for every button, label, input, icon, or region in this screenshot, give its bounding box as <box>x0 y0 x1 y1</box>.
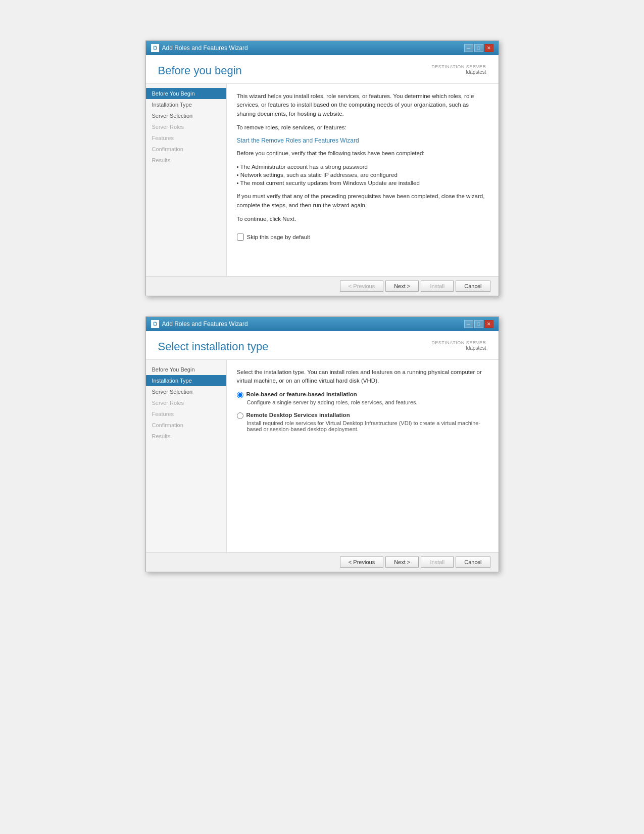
wizard2-header: Select installation type DESTINATION SER… <box>146 331 499 360</box>
minimize-button-1[interactable]: ─ <box>464 44 473 52</box>
wizard2-footer: < Previous Next > Install Cancel <box>146 552 499 572</box>
maximize-button-2[interactable]: □ <box>474 320 483 328</box>
wizard1-page-title: Before you begin <box>158 64 242 77</box>
wizard1-dest-server: ldapstest <box>431 69 486 75</box>
sidebar-item-confirmation-1: Confirmation <box>146 144 226 155</box>
sidebar-item-server-roles-1: Server Roles <box>146 121 226 132</box>
sidebar-item-confirmation-2: Confirmation <box>146 420 226 431</box>
install-button-2[interactable]: Install <box>421 557 454 568</box>
wizard1-para1: This wizard helps you install roles, rol… <box>237 92 488 118</box>
next-button-1[interactable]: Next > <box>385 281 419 292</box>
skip-label[interactable]: Skip this page by default <box>247 234 310 240</box>
title-bar-2: 🗋 Add Roles and Features Wizard ─ □ ✕ <box>146 317 499 331</box>
sidebar-item-features-1: Features <box>146 132 226 144</box>
wizard1-checklist: The Administrator account has a strong p… <box>237 163 488 187</box>
wizard1-body: Before you begin DESTINATION SERVER ldap… <box>146 55 499 296</box>
wizard2: 🗋 Add Roles and Features Wizard ─ □ ✕ Se… <box>145 316 499 572</box>
wizard1-skip-section: Skip this page by default <box>237 234 488 241</box>
option2-title: Remote Desktop Services installation <box>246 411 350 419</box>
sidebar-item-results-2: Results <box>146 431 226 442</box>
wizard1-content: Before You Begin Installation Type Serve… <box>146 84 499 276</box>
wizard2-para1: Select the installation type. You can in… <box>237 368 488 386</box>
title-bar-left-2: 🗋 Add Roles and Features Wizard <box>151 320 248 328</box>
wizard2-dest-server: ldapstest <box>431 345 486 351</box>
option2-desc: Install required role services for Virtu… <box>237 420 488 432</box>
option1-desc: Configure a single server by adding role… <box>237 399 488 405</box>
previous-button-2[interactable]: < Previous <box>340 557 383 568</box>
wizard2-dest-label: DESTINATION SERVER <box>431 340 486 345</box>
sidebar-item-results-1: Results <box>146 155 226 166</box>
wizard1-icon: 🗋 <box>151 44 159 52</box>
option2-section: Remote Desktop Services installation Ins… <box>237 411 488 432</box>
title-bar-controls-1: ─ □ ✕ <box>464 44 493 52</box>
wizard1: 🗋 Add Roles and Features Wizard ─ □ ✕ Be… <box>145 40 499 296</box>
option1-title-text: Role-based or feature-based installation <box>246 391 357 397</box>
wizard2-destination: DESTINATION SERVER ldapstest <box>431 340 486 351</box>
cancel-button-1[interactable]: Cancel <box>456 281 490 292</box>
wizard2-body: Select installation type DESTINATION SER… <box>146 331 499 572</box>
previous-button-1[interactable]: < Previous <box>340 281 383 292</box>
wizard1-remove-link[interactable]: Start the Remove Roles and Features Wiza… <box>237 137 359 144</box>
wizard1-dest-label: DESTINATION SERVER <box>431 64 486 69</box>
sidebar-item-server-roles-2: Server Roles <box>146 397 226 408</box>
sidebar-item-installation-type-1[interactable]: Installation Type <box>146 99 226 110</box>
option1-label[interactable]: Role-based or feature-based installation <box>237 391 488 398</box>
option2-title-text: Remote Desktop Services installation <box>246 412 350 418</box>
sidebar-item-before-you-begin-2[interactable]: Before You Begin <box>146 364 226 375</box>
wizard1-title: Add Roles and Features Wizard <box>162 44 248 52</box>
wizard1-destination: DESTINATION SERVER ldapstest <box>431 64 486 75</box>
wizard1-para2: To remove roles, role services, or featu… <box>237 123 488 132</box>
title-bar-controls-2: ─ □ ✕ <box>464 320 493 328</box>
sidebar-item-features-2: Features <box>146 408 226 420</box>
wizard2-content: Before You Begin Installation Type Serve… <box>146 360 499 552</box>
sidebar-item-server-selection-2[interactable]: Server Selection <box>146 386 226 397</box>
option2-radio[interactable] <box>237 412 243 419</box>
checklist-item-1: The Administrator account has a strong p… <box>237 163 488 171</box>
option1-radio[interactable] <box>237 392 243 398</box>
checklist-item-3: The most current security updates from W… <box>237 179 488 187</box>
close-button-1[interactable]: ✕ <box>484 44 493 52</box>
wizard2-title: Add Roles and Features Wizard <box>162 320 248 328</box>
sidebar-item-server-selection-1[interactable]: Server Selection <box>146 110 226 121</box>
title-bar-left-1: 🗋 Add Roles and Features Wizard <box>151 44 248 52</box>
wizard2-page-title: Select installation type <box>158 340 269 353</box>
sidebar-item-before-you-begin-1[interactable]: Before You Begin <box>146 88 226 99</box>
skip-checkbox[interactable] <box>237 234 244 241</box>
wizard1-para3: Before you continue, verify that the fol… <box>237 149 488 158</box>
wizard1-sidebar: Before You Begin Installation Type Serve… <box>146 84 227 276</box>
wizard1-header: Before you begin DESTINATION SERVER ldap… <box>146 55 499 84</box>
wizard1-para5: To continue, click Next. <box>237 215 488 223</box>
sidebar-item-installation-type-2[interactable]: Installation Type <box>146 375 226 386</box>
maximize-button-1[interactable]: □ <box>474 44 483 52</box>
wizard1-para4: If you must verify that any of the prece… <box>237 192 488 210</box>
close-button-2[interactable]: ✕ <box>484 320 493 328</box>
wizard2-icon: 🗋 <box>151 320 159 328</box>
checklist-item-2: Network settings, such as static IP addr… <box>237 171 488 179</box>
wizard1-footer: < Previous Next > Install Cancel <box>146 276 499 296</box>
install-button-1[interactable]: Install <box>421 281 454 292</box>
option2-label[interactable]: Remote Desktop Services installation <box>237 411 488 419</box>
wizard2-sidebar: Before You Begin Installation Type Serve… <box>146 360 227 552</box>
next-button-2[interactable]: Next > <box>385 557 419 568</box>
cancel-button-2[interactable]: Cancel <box>456 557 490 568</box>
option1-section: Role-based or feature-based installation… <box>237 391 488 405</box>
wizard2-main: Select the installation type. You can in… <box>227 360 499 552</box>
title-bar-1: 🗋 Add Roles and Features Wizard ─ □ ✕ <box>146 41 499 55</box>
wizard1-main: This wizard helps you install roles, rol… <box>227 84 499 276</box>
minimize-button-2[interactable]: ─ <box>464 320 473 328</box>
option1-title: Role-based or feature-based installation <box>246 391 357 398</box>
